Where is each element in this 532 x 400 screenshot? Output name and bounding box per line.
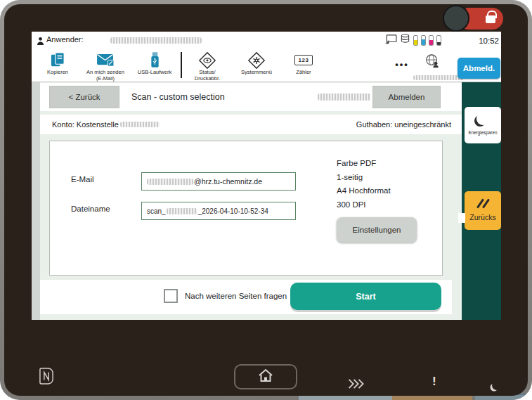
toolbar-item-an-mich-senden[interactable]: An mich senden(E-Mail) xyxy=(75,51,136,82)
back-button[interactable]: < Zurück xyxy=(49,86,119,108)
start-button[interactable]: Start xyxy=(290,283,441,310)
user-icon xyxy=(37,36,44,49)
system-menu-icon xyxy=(232,51,281,70)
attention-indicator-icon: ! xyxy=(432,375,436,389)
usb-drive-icon xyxy=(130,51,179,70)
reset-slashes-icon xyxy=(465,198,501,209)
filename-prefix: scan_ xyxy=(147,207,166,215)
status-eye-icon xyxy=(186,51,228,70)
page-header: < Zurück Scan - custom selection Abmelde… xyxy=(40,83,462,111)
device: Anwender: 10:52 Kopieren xyxy=(0,0,532,400)
redacted-text xyxy=(413,75,464,80)
nfc-icon[interactable] xyxy=(39,368,53,387)
scan-form-card: E-Mail @hrz.tu-chemnitz.de Dateiname sca… xyxy=(49,141,443,276)
credit-label: Guthaben: uneingeschränkt xyxy=(356,115,451,134)
counter-icon: 123 xyxy=(283,51,325,70)
more-pages-label[interactable]: Nach weiteren Seiten fragen xyxy=(185,292,287,300)
energy-saver-label: Energiesparen xyxy=(465,130,501,135)
toner-levels xyxy=(413,35,441,46)
touchscreen: Anwender: 10:52 Kopieren xyxy=(32,32,501,320)
toolbar-label: Systemmenü xyxy=(241,69,272,75)
email-label: E-Mail xyxy=(71,175,94,183)
toolbar-label: (E-Mail) xyxy=(96,75,115,82)
clock: 10:52 xyxy=(479,37,499,45)
coin-stack-icon xyxy=(401,34,410,47)
email-icon xyxy=(75,51,136,70)
filename-field[interactable]: scan_ _2026-04-10-10-52-34 xyxy=(141,202,296,220)
toolbar-label: Druckabbr. xyxy=(195,75,220,82)
toolbar-divider xyxy=(181,52,182,78)
logout-button[interactable]: Abmelden xyxy=(372,86,441,108)
email-field[interactable]: @hrz.tu-chemnitz.de xyxy=(141,172,296,191)
toolbar-item-zaehler[interactable]: 123 Zähler xyxy=(283,51,325,76)
moon-icon xyxy=(476,112,489,125)
user-label: Anwender: xyxy=(46,35,84,44)
status-bar: Anwender: 10:52 xyxy=(32,32,501,49)
lock-toggle-knob[interactable] xyxy=(443,5,469,32)
email-domain: @hrz.tu-chemnitz.de xyxy=(194,177,262,186)
sleep-indicator-icon xyxy=(492,380,502,390)
toner-yellow xyxy=(413,35,418,46)
toolbar: Kopieren An mich senden(E-Mail) USB-Lauf… xyxy=(32,49,501,82)
logout-short-button[interactable]: Abmeld. xyxy=(458,58,500,79)
summary-paper: A4 Hochformat xyxy=(337,184,391,198)
toolbar-item-status-druckabbr[interactable]: Status/Druckabbr. xyxy=(186,51,228,82)
toner-magenta xyxy=(429,35,434,46)
copier-icon xyxy=(35,51,80,70)
toolbar-item-kopieren[interactable]: Kopieren xyxy=(35,51,80,76)
redacted-filename xyxy=(167,208,197,214)
remote-panel-icon xyxy=(384,34,397,47)
home-icon xyxy=(257,368,274,386)
overflow-menu-button[interactable]: ••• xyxy=(387,59,417,70)
reset-button[interactable]: Zurücks xyxy=(465,191,501,230)
left-edge-strip xyxy=(32,82,40,320)
summary-dpi: 300 DPI xyxy=(337,198,391,212)
scan-settings-summary: Farbe PDF 1-seitig A4 Hochformat 300 DPI xyxy=(337,157,391,212)
lock-icon xyxy=(486,15,495,23)
filename-timestamp: _2026-04-10-10-52-34 xyxy=(198,207,268,215)
counter-icon-text: 123 xyxy=(294,55,313,65)
toolbar-item-systemmenu[interactable]: Systemmenü xyxy=(232,51,281,76)
summary-sides: 1-seitig xyxy=(337,171,391,185)
redacted-username xyxy=(110,37,202,44)
processing-indicator-icon xyxy=(347,378,365,392)
toolbar-item-usb-laufwerk[interactable]: USB-Laufwerk xyxy=(130,51,179,76)
energy-saver-button[interactable]: Energiesparen xyxy=(465,107,501,143)
filename-label: Dateiname xyxy=(71,205,110,213)
summary-color-format: Farbe PDF xyxy=(337,157,391,171)
toolbar-label: Zähler xyxy=(296,69,311,75)
home-button[interactable] xyxy=(234,364,297,389)
toolbar-label: USB-Laufwerk xyxy=(138,69,171,75)
redacted-account xyxy=(120,122,160,127)
account-label: Konto: Kostenstelle xyxy=(52,115,119,134)
redacted-email-local xyxy=(147,179,193,185)
language-user-icon[interactable] xyxy=(424,53,440,72)
toner-cyan xyxy=(421,35,426,46)
page-title: Scan - custom selection xyxy=(131,83,225,111)
action-bar: Nach weiteren Seiten fragen Start xyxy=(40,280,452,314)
main-area: < Zurück Scan - custom selection Abmelde… xyxy=(32,82,501,320)
reset-label: Zurücks xyxy=(465,213,501,221)
settings-button[interactable]: Einstellungen xyxy=(337,217,417,243)
unknown-fragment xyxy=(458,213,465,223)
toner-black xyxy=(436,35,441,46)
toolbar-label: Kopieren xyxy=(47,69,68,75)
more-pages-checkbox[interactable] xyxy=(164,289,178,303)
status-icons: 10:52 xyxy=(384,32,499,49)
account-bar: Konto: Kostenstelle Guthaben: uneingesch… xyxy=(40,115,462,134)
redacted-text xyxy=(318,93,370,101)
